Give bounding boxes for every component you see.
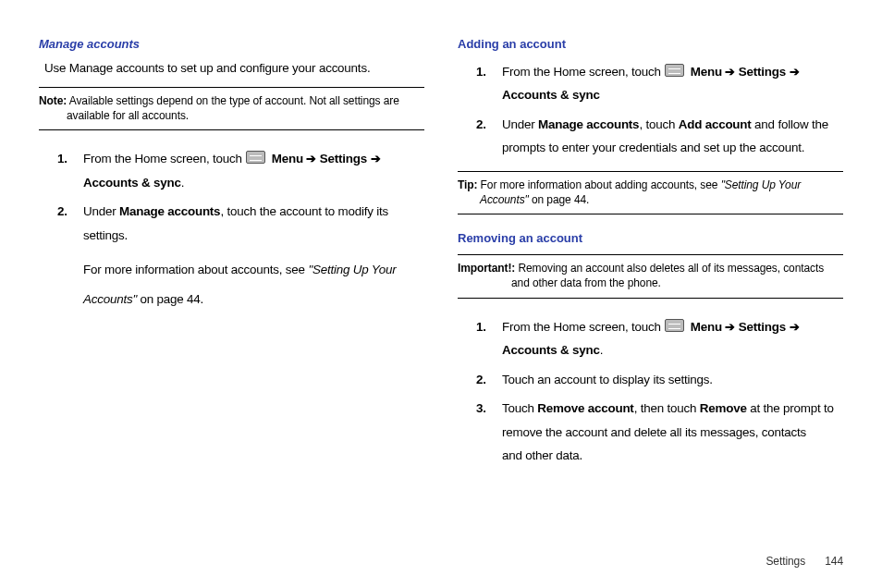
add2-text-c: and follow the [752, 117, 828, 131]
note-line2: available for all accounts. [39, 108, 424, 123]
step2-manage-accounts: Manage accounts [119, 204, 220, 218]
more-info-rest: on page 44. [137, 292, 203, 306]
menu-icon [665, 319, 684, 332]
step1-period: . [181, 176, 185, 190]
more-info-italic1: "Setting Up Your [308, 263, 396, 276]
add1-settings: Settings [739, 65, 786, 79]
manage-step-2: Under Manage accounts, touch the account… [39, 200, 424, 247]
rm3-text-b: , then touch [634, 401, 700, 415]
add-step-1: From the Home screen, touch Menu ➔ Setti… [458, 60, 843, 107]
removing-steps: From the Home screen, touch Menu ➔ Setti… [458, 315, 843, 468]
add2-manage-accounts: Manage accounts [538, 117, 639, 131]
rm2-text: Touch an account to display its settings… [502, 373, 713, 386]
add-step-2: Under Manage accounts, touch Add account… [458, 113, 843, 160]
add2-line2: prompts to enter your credentials and se… [502, 141, 804, 154]
arrow-icon: ➔ [303, 152, 320, 165]
footer-page-number: 144 [825, 555, 843, 568]
important-label: Important!: [458, 262, 515, 275]
step2-text-b: , touch the account to modify its [220, 204, 388, 218]
heading-adding-account: Adding an account [458, 37, 843, 51]
footer-section: Settings [766, 555, 805, 568]
more-info-a: For more information about accounts, see [83, 263, 308, 276]
right-column: Adding an account From the Home screen, … [458, 37, 843, 478]
arrow-icon: ➔ [786, 65, 799, 79]
add1-accounts-sync: Accounts & sync [502, 88, 600, 102]
arrow-icon: ➔ [367, 152, 380, 165]
rm1-period: . [600, 343, 604, 357]
note-callout: Note: Available settings depend on the t… [39, 87, 424, 130]
rm3-line2: remove the account and delete all its me… [502, 425, 806, 439]
page-footer: Settings 144 [766, 555, 843, 568]
step1-text-a: From the Home screen, touch [83, 152, 245, 165]
remove-step-2: Touch an account to display its settings… [458, 368, 843, 391]
tip-italic2: Accounts" [480, 193, 529, 206]
note-label: Note: [39, 94, 67, 107]
add2-add-account: Add account [679, 117, 752, 131]
important-callout: Important!: Removing an account also del… [458, 254, 843, 298]
step2-text-a: Under [83, 204, 119, 218]
rm3-remove-account: Remove account [537, 401, 633, 415]
important-line2: and other data from the phone. [458, 276, 843, 290]
tip-rest: on page 44. [529, 193, 590, 206]
tip-line1: For more information about adding accoun… [481, 178, 721, 191]
note-line1: Available settings depend on the type of… [69, 94, 399, 107]
rm3-text-a: Touch [502, 401, 537, 415]
left-column: Manage accounts Use Manage accounts to s… [39, 37, 424, 478]
step1-settings: Settings [320, 152, 367, 165]
step1-menu: Menu [272, 152, 303, 165]
rm1-accounts-sync: Accounts & sync [502, 343, 600, 357]
menu-icon [246, 151, 265, 164]
more-info-line2: Accounts" on page 44. [39, 288, 424, 311]
step1-accounts-sync: Accounts & sync [83, 176, 181, 190]
add1-menu: Menu [691, 65, 722, 79]
tip-label: Tip: [458, 178, 477, 191]
arrow-icon: ➔ [722, 320, 739, 334]
more-info-italic2: Accounts" [83, 292, 137, 306]
rm3-line3: and other data. [502, 448, 582, 462]
rm3-text-c: at the prompt to [747, 401, 834, 415]
adding-steps: From the Home screen, touch Menu ➔ Setti… [458, 60, 843, 160]
page-body: Manage accounts Use Manage accounts to s… [0, 0, 882, 478]
add2-text-a: Under [502, 117, 538, 131]
remove-step-1: From the Home screen, touch Menu ➔ Setti… [458, 315, 843, 362]
rm1-text-a: From the Home screen, touch [502, 320, 664, 334]
tip-line2: Accounts" on page 44. [458, 192, 843, 207]
intro-text: Use Manage accounts to set up and config… [44, 61, 424, 76]
tip-italic1: "Setting Up Your [721, 178, 802, 191]
heading-removing-account: Removing an account [458, 231, 843, 245]
step2-line2: settings. [83, 228, 128, 242]
add2-text-b: , touch [639, 117, 678, 131]
arrow-icon: ➔ [786, 320, 799, 334]
heading-manage-accounts: Manage accounts [39, 37, 424, 51]
add1-text-a: From the Home screen, touch [502, 65, 664, 79]
manage-steps: From the Home screen, touch Menu ➔ Setti… [39, 147, 424, 247]
rm1-menu: Menu [691, 320, 722, 334]
remove-step-3: Touch Remove account, then touch Remove … [458, 397, 843, 467]
menu-icon [665, 64, 684, 77]
tip-callout: Tip: For more information about adding a… [458, 171, 843, 214]
arrow-icon: ➔ [722, 65, 739, 79]
rm3-remove: Remove [700, 401, 747, 415]
manage-step-1: From the Home screen, touch Menu ➔ Setti… [39, 147, 424, 194]
important-line1: Removing an account also deletes all of … [518, 262, 824, 275]
more-info-line1: For more information about accounts, see… [39, 258, 424, 281]
rm1-settings: Settings [739, 320, 786, 334]
